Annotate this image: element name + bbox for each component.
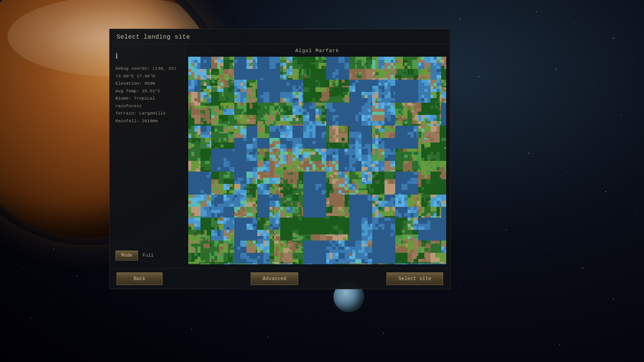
biome: Biome: Tropical rainforest	[115, 95, 178, 110]
terrain-map[interactable]	[188, 57, 446, 264]
select-site-button[interactable]: Select site	[386, 272, 443, 285]
info-icon: ℹ	[115, 52, 178, 60]
mode-button[interactable]: Mode	[115, 251, 138, 260]
mode-value: Full	[143, 253, 154, 258]
map-area: Algol Marfark	[184, 44, 450, 268]
avg-temp: Avg Temp: 26.51°C	[115, 87, 178, 95]
title-text: Select landing site	[117, 34, 190, 41]
left-panel: ℹ Debug coords: (138, 33) 73.60°E 17.60°…	[110, 44, 184, 268]
advanced-button[interactable]: Advanced	[251, 272, 298, 285]
rainfall: Rainfall: 2616mm	[115, 117, 178, 125]
coordinates: 73.60°E 17.60°N	[115, 72, 178, 80]
terrain: Terrain: LargeHills	[115, 110, 178, 117]
dialog-content: ℹ Debug coords: (138, 33) 73.60°E 17.60°…	[110, 44, 450, 268]
elevation: Elevation: 659m	[115, 80, 178, 87]
debug-coords: Debug coords: (138, 33)	[115, 65, 178, 72]
back-button[interactable]: Back	[117, 272, 163, 285]
dialog: Select landing site ℹ Debug coords: (138…	[109, 29, 450, 289]
dialog-footer: Back Advanced Select site	[110, 268, 450, 289]
dialog-title: Select landing site	[110, 29, 450, 44]
mode-section: Mode Full	[115, 251, 178, 260]
map-container[interactable]	[188, 57, 446, 264]
map-title: Algol Marfark	[188, 48, 446, 54]
